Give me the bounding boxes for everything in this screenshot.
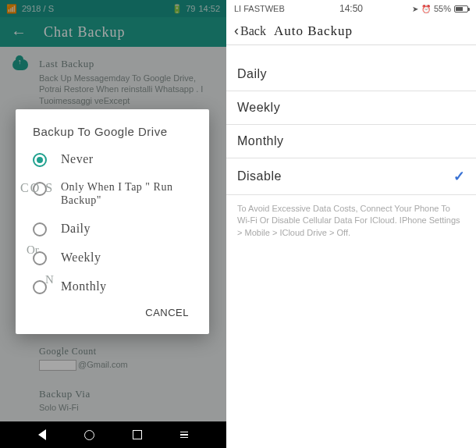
dialog-title: Backup To Google Drive: [33, 125, 192, 138]
ghost-text: Or: [27, 244, 39, 257]
option-label: Weekly: [237, 101, 280, 115]
radio-option-never[interactable]: Never: [33, 152, 192, 167]
ghost-text: CO S: [20, 181, 54, 195]
radio-option-monthly[interactable]: Monthly: [33, 279, 192, 294]
android-screen: 📶 2918 / S 🔋 79 14:52 ← Chat Backup Last…: [0, 0, 226, 448]
option-label: Daily: [237, 67, 267, 81]
option-label: Disable: [237, 169, 282, 183]
option-weekly[interactable]: Weekly: [226, 91, 476, 125]
radio-icon: [33, 222, 47, 236]
nav-menu-icon[interactable]: [180, 432, 188, 439]
option-monthly[interactable]: Monthly: [226, 125, 476, 158]
footer-hint: To Avoid Excessive Data Costs, Connect Y…: [226, 195, 476, 247]
cancel-button[interactable]: CANCEL: [142, 302, 192, 323]
status-bar: LI FASTWEB 14:50 ➤ ⏰ 55%: [226, 0, 476, 17]
option-daily[interactable]: Daily: [226, 53, 476, 91]
nav-header: ‹ Back Auto Backup: [226, 17, 476, 45]
frequency-list: Daily Weekly Monthly Disable ✓: [226, 45, 476, 195]
radio-label: Never: [61, 152, 94, 166]
nav-back-icon[interactable]: [38, 429, 46, 440]
radio-label: Daily: [61, 222, 91, 236]
option-label: Monthly: [237, 134, 284, 148]
radio-option-only-tap[interactable]: Only When I Tap " Run Backup": [33, 181, 192, 208]
page-title: Auto Backup: [274, 23, 353, 39]
radio-label: Monthly: [61, 279, 107, 293]
option-disable[interactable]: Disable ✓: [226, 158, 476, 195]
back-button[interactable]: ‹ Back: [234, 23, 266, 39]
battery-pct: 55%: [434, 4, 451, 13]
android-nav-bar: [0, 421, 226, 448]
back-label: Back: [240, 24, 266, 38]
nav-home-icon[interactable]: [84, 430, 94, 440]
radio-option-weekly[interactable]: Weekly: [33, 251, 192, 265]
radio-option-daily[interactable]: Daily: [33, 222, 192, 236]
status-time: 14:50: [339, 3, 363, 14]
ghost-text: N: [45, 273, 54, 286]
backup-frequency-dialog: Backup To Google Drive Never Only When I…: [16, 109, 209, 334]
checkmark-icon: ✓: [453, 168, 466, 185]
alarm-icon: ⏰: [421, 5, 431, 13]
nav-recent-icon[interactable]: [133, 430, 142, 439]
chevron-left-icon: ‹: [234, 23, 239, 39]
carrier-text: LI FASTWEB: [234, 4, 285, 13]
location-icon: ➤: [412, 5, 418, 13]
radio-label: Only When I Tap " Run Backup": [61, 181, 192, 208]
radio-label: Weekly: [61, 251, 101, 265]
ios-screen: LI FASTWEB 14:50 ➤ ⏰ 55% ‹ Back Auto Bac…: [226, 0, 476, 448]
radio-icon: [33, 153, 47, 167]
battery-icon: [454, 5, 468, 12]
